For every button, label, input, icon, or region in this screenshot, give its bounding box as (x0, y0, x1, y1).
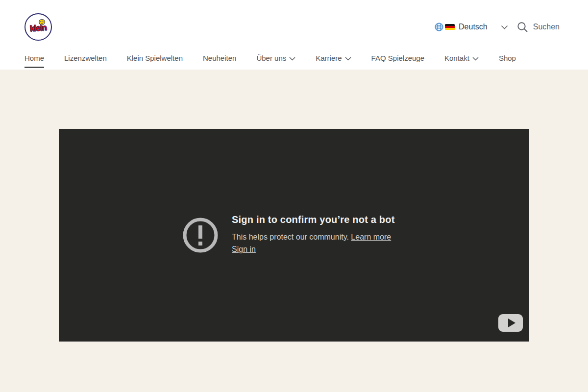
main-nav: Home Lizenzwelten Klein Spielwelten Neuh… (24, 54, 516, 62)
youtube-play-button[interactable] (498, 314, 523, 332)
nav-item-label: Klein Spielwelten (127, 54, 183, 62)
search-button[interactable]: Suchen (516, 21, 560, 33)
klein-logo[interactable]: klein (24, 13, 52, 41)
language-selector[interactable]: Deutsch (435, 23, 508, 31)
nav-item-label: Home (24, 54, 44, 62)
nav-item-neuheiten[interactable]: Neuheiten (203, 54, 236, 62)
learn-more-link[interactable]: Learn more (351, 233, 391, 241)
youtube-player: Sign in to confirm you’re not a bot This… (59, 129, 529, 342)
globe-icon (435, 23, 443, 31)
nav-item-ueber-uns[interactable]: Über uns (256, 54, 295, 62)
sign-in-link[interactable]: Sign in (232, 245, 256, 253)
play-icon (508, 318, 515, 327)
nav-item-label: Kontakt (444, 54, 469, 62)
video-error-title: Sign in to confirm you’re not a bot (232, 213, 438, 226)
chevron-down-icon (345, 57, 351, 61)
chevron-down-icon (472, 57, 479, 61)
chevron-down-icon (289, 57, 295, 61)
nav-item-klein-spielwelten[interactable]: Klein Spielwelten (127, 54, 183, 62)
german-flag-icon (445, 24, 455, 30)
nav-item-faq-spielzeuge[interactable]: FAQ Spielzeuge (371, 54, 424, 62)
nav-item-label: Lizenzwelten (64, 54, 107, 62)
alert-exclamation-icon (182, 217, 219, 253)
search-label: Suchen (533, 23, 560, 31)
video-error-description-text: This helps protect our community. (232, 233, 349, 241)
nav-item-home[interactable]: Home (24, 54, 44, 62)
search-icon (516, 21, 529, 33)
video-error-description: This helps protect our community. Learn … (232, 231, 438, 243)
sign-in-line: Sign in (232, 243, 438, 255)
nav-item-karriere[interactable]: Karriere (316, 54, 351, 62)
nav-item-lizenzwelten[interactable]: Lizenzwelten (64, 54, 107, 62)
site-header: klein (0, 0, 588, 70)
nav-item-shop[interactable]: Shop (499, 54, 516, 62)
language-label: Deutsch (459, 23, 488, 31)
nav-item-label: Neuheiten (203, 54, 236, 62)
nav-item-label: Karriere (316, 54, 342, 62)
chevron-down-icon (501, 25, 508, 29)
video-error-message: Sign in to confirm you’re not a bot This… (232, 213, 438, 255)
nav-item-label: Shop (499, 54, 516, 62)
klein-logo-inner: klein (29, 23, 47, 34)
nav-item-kontakt[interactable]: Kontakt (444, 54, 479, 62)
nav-item-label: Über uns (256, 54, 286, 62)
nav-item-label: FAQ Spielzeuge (371, 54, 424, 62)
header-actions: Deutsch Suchen (435, 19, 560, 35)
smiley-face-icon (39, 18, 46, 27)
